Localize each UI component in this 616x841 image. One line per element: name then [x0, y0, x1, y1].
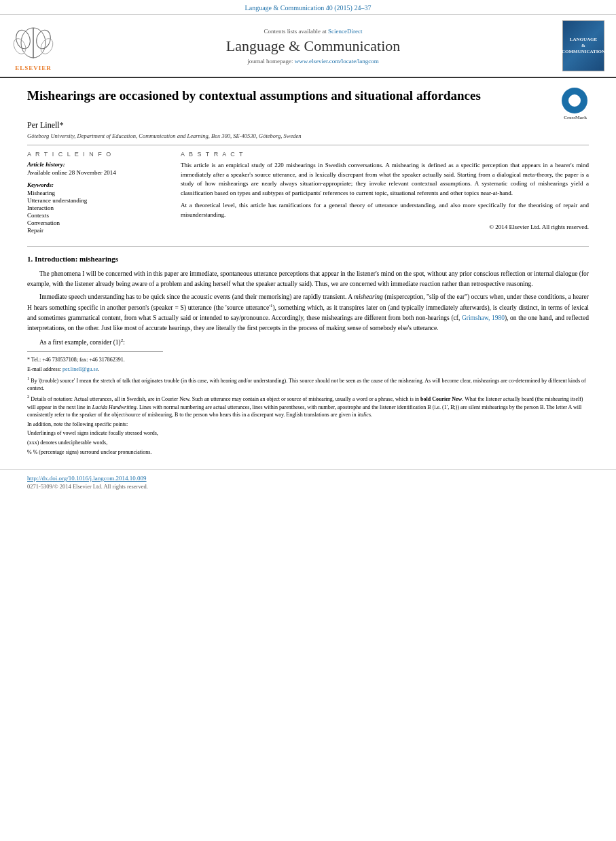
journal-title: Language & Communication: [64, 37, 562, 55]
keywords-label: Keywords:: [27, 181, 170, 188]
keyword-interaction: Interaction: [27, 204, 170, 211]
keyword-utterance: Utterance understanding: [27, 197, 170, 204]
citation-bar: Language & Communication 40 (2015) 24–37: [0, 0, 616, 15]
crossmark-badge: CrossMark: [562, 88, 589, 115]
svg-point-3: [35, 28, 53, 50]
article-title-row: Mishearings are occasioned by contextual…: [27, 88, 589, 115]
sciencedirect-line: Contents lists available at ScienceDirec…: [64, 28, 562, 35]
keyword-mishearing: Mishearing: [27, 190, 170, 196]
journal-homepage: journal homepage: www.elsevier.com/locat…: [64, 58, 562, 65]
footnote-1: 1 By '(trouble) source' I mean the stret…: [27, 375, 589, 393]
author-affiliation: Göteborg University, Department of Educa…: [27, 132, 589, 139]
bottom-bar: http://dx.doi.org/10.1016/j.langcom.2014…: [0, 469, 616, 494]
footnote-email: E-mail address: per.linell@gu.se.: [27, 365, 589, 374]
homepage-link[interactable]: www.elsevier.com/locate/langcom: [295, 58, 379, 65]
body-para1: The phenomena I will be concerned with i…: [27, 269, 589, 289]
body-para2: Immediate speech understanding has to be…: [27, 292, 589, 333]
article-content: Mishearings are occasioned by contextual…: [0, 78, 616, 464]
keyword-conversation: Conversation: [27, 219, 170, 226]
sciencedirect-link[interactable]: ScienceDirect: [328, 28, 362, 35]
keywords-group: Keywords: Mishearing Utterance understan…: [27, 181, 170, 234]
footnote-section: * Tel.: +46 730537108; fax: +46 31786239…: [27, 356, 589, 456]
footnote-2: 2 Details of notation: Actual utterances…: [27, 393, 589, 418]
citation-text: Language & Communication 40 (2015) 24–37: [245, 4, 372, 12]
body-para3: As a first example, consider (1)2:: [27, 337, 589, 348]
body-text: 1. Introduction: mishearings The phenome…: [27, 253, 589, 347]
journal-cover-image: LANGUAGE&COMMUNICATION: [562, 20, 606, 71]
elsevier-wordmark: ELSEVIER: [15, 65, 52, 71]
history-value: Available online 28 November 2014: [27, 169, 170, 176]
journal-center-info: Contents lists available at ScienceDirec…: [64, 28, 562, 65]
abstract-column: A B S T R A C T This article is an empir…: [181, 151, 589, 239]
svg-point-5: [39, 36, 54, 56]
elsevier-logo: ELSEVIER: [10, 26, 64, 67]
article-info-header: A R T I C L E I N F O: [27, 151, 170, 158]
keyword-repair: Repair: [27, 227, 170, 234]
footnote-contact: * Tel.: +46 730537108; fax: +46 31786239…: [27, 356, 589, 364]
footnote-percent: % % (percentage signs) surround unclear …: [27, 448, 589, 457]
email-link[interactable]: per.linell@gu.se: [62, 366, 98, 372]
cover-image-text: LANGUAGE&COMMUNICATION: [562, 37, 605, 55]
abstract-text: This article is an empirical study of 22…: [181, 161, 589, 232]
issn-text: 0271-5309/© 2014 Elsevier Ltd. All right…: [27, 483, 589, 490]
svg-point-4: [13, 36, 28, 56]
footnote-note-intro: In addition, note the following specific…: [27, 420, 589, 429]
svg-point-2: [14, 28, 33, 50]
info-abstract-section: A R T I C L E I N F O Article history: A…: [27, 151, 589, 239]
journal-header: ELSEVIER Contents lists available at Sci…: [0, 15, 616, 78]
grimshaw-link[interactable]: Grimshaw, 1980: [462, 315, 505, 321]
divider-1: [27, 145, 589, 145]
footnote-underlinings: Underlinings of vowel signs indicate foc…: [27, 429, 589, 437]
footnote-rule: [27, 351, 163, 352]
divider-2: [27, 246, 589, 247]
abstract-header: A B S T R A C T: [181, 151, 589, 158]
doi-link[interactable]: http://dx.doi.org/10.1016/j.langcom.2014…: [27, 475, 147, 482]
footnote-xxx: (xxx) denotes undecipherable words,: [27, 439, 589, 447]
author-name: Per Linell*: [27, 120, 589, 130]
abstract-para1: This article is an empirical study of 22…: [181, 161, 589, 198]
history-label: Article history:: [27, 161, 170, 168]
copyright-text: © 2014 Elsevier Ltd. All rights reserved…: [181, 223, 589, 232]
abstract-para2: At a theoretical level, this article has…: [181, 201, 589, 219]
history-group: Article history: Available online 28 Nov…: [27, 161, 170, 176]
section-1-heading: 1. Introduction: mishearings: [27, 253, 589, 265]
mishearing-italic: mishearing: [354, 293, 383, 300]
keyword-contexts: Contexts: [27, 212, 170, 219]
keywords-list: Mishearing Utterance understanding Inter…: [27, 190, 170, 234]
article-info-column: A R T I C L E I N F O Article history: A…: [27, 151, 170, 239]
tree-icon: [13, 26, 54, 63]
article-title-text: Mishearings are occasioned by contextual…: [27, 88, 489, 105]
